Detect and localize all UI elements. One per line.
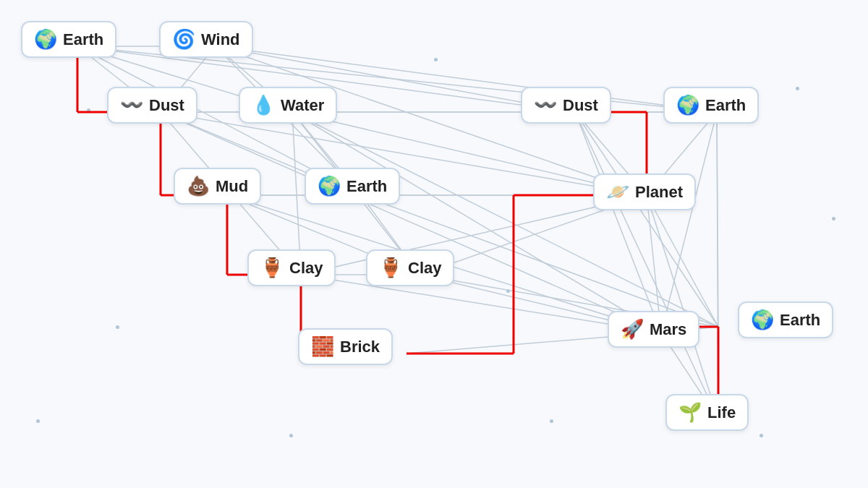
node-mud1[interactable]: 💩 Mud	[174, 168, 261, 205]
node-label: Wind	[201, 30, 240, 49]
node-dust2[interactable]: 〰️ Dust	[521, 87, 611, 124]
earth-icon: 🌍	[751, 309, 774, 331]
node-label: Earth	[63, 30, 103, 49]
node-planet1[interactable]: 🪐 Planet	[593, 174, 696, 210]
svg-line-23	[292, 112, 661, 333]
node-earth4[interactable]: 🌍 Earth	[738, 301, 833, 338]
node-brick1[interactable]: 🧱 Brick	[298, 328, 393, 365]
clay-icon: 🏺	[379, 257, 402, 279]
node-label: Dust	[563, 96, 598, 115]
dust-icon: 〰️	[534, 94, 557, 116]
water-icon: 💧	[252, 94, 275, 116]
mud-icon: 💩	[187, 175, 210, 197]
node-life1[interactable]: 🌱 Life	[665, 394, 749, 431]
clay-icon: 🏺	[260, 257, 284, 279]
brick-icon: 🧱	[311, 335, 334, 358]
node-clay2[interactable]: 🏺 Clay	[366, 249, 454, 286]
earth-icon: 🌍	[318, 175, 341, 197]
node-mars1[interactable]: 🚀 Mars	[608, 311, 699, 348]
node-wind1[interactable]: 🌀 Wind	[159, 21, 253, 58]
node-label: Dust	[149, 96, 184, 115]
planet-icon: 🪐	[606, 181, 629, 203]
node-label: Planet	[635, 183, 683, 202]
earth-icon: 🌍	[676, 94, 699, 116]
node-label: Mars	[650, 320, 686, 339]
node-earth2[interactable]: 🌍 Earth	[305, 168, 400, 205]
earth-icon: 🌍	[34, 28, 57, 51]
node-water1[interactable]: 💧 Water	[239, 87, 337, 124]
node-label: Mud	[216, 177, 248, 196]
svg-line-17	[161, 112, 661, 333]
node-label: Clay	[289, 259, 323, 278]
mars-icon: 🚀	[621, 318, 644, 341]
node-label: Water	[281, 96, 324, 115]
node-clay1[interactable]: 🏺 Clay	[247, 249, 336, 286]
node-dust1[interactable]: 〰️ Dust	[107, 87, 197, 124]
node-label: Brick	[340, 338, 380, 356]
node-label: Earth	[346, 177, 387, 196]
dust-icon: 〰️	[120, 94, 143, 116]
life-icon: 🌱	[678, 401, 702, 424]
node-label: Life	[707, 403, 736, 422]
wind-icon: 🌀	[172, 28, 195, 51]
node-label: Earth	[705, 96, 746, 115]
node-earth3[interactable]: 🌍 Earth	[663, 87, 759, 124]
node-label: Clay	[408, 259, 441, 278]
node-label: Earth	[780, 311, 820, 330]
node-earth1[interactable]: 🌍 Earth	[21, 21, 116, 58]
